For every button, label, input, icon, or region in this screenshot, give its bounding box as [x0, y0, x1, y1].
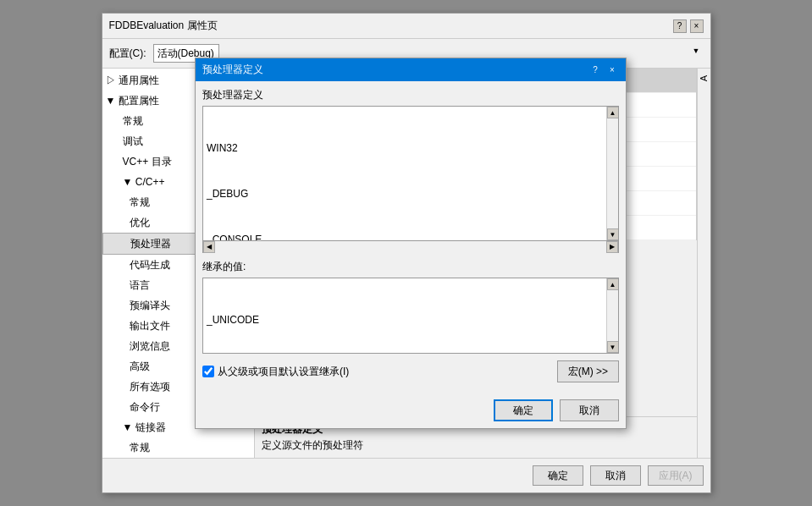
- inh-scroll-down[interactable]: ▼: [607, 341, 619, 353]
- config-label: 配置(C):: [109, 47, 146, 61]
- right-scrollbar-area: A: [697, 69, 710, 458]
- inherited-text-lines: _UNICODE UNICODE: [203, 278, 618, 354]
- def-textarea-wrapper: WIN32 _DEBUG _CONSOLE _LIB _CRT_SECURE_N…: [202, 106, 619, 241]
- checkbox-left: 从父级或项目默认设置继承(I): [202, 365, 349, 379]
- inherit-checkbox-label: 从父级或项目默认设置继承(I): [218, 365, 349, 379]
- sub-content: 预处理器定义 WIN32 _DEBUG _CONSOLE _LIB _CRT_S…: [196, 81, 626, 396]
- inherited-line-0: _UNICODE: [207, 312, 615, 327]
- inherited-label: 继承的值:: [202, 260, 619, 274]
- sub-titlebar: 预处理器定义 ? ×: [196, 58, 626, 81]
- def-label: 预处理器定义: [202, 88, 619, 102]
- main-title: FDDBEvaluation 属性页: [109, 19, 218, 33]
- main-cancel-button[interactable]: 取消: [590, 465, 641, 486]
- tree-item-linker-general[interactable]: 常规: [102, 437, 254, 458]
- main-footer: 确定 取消 应用(A): [102, 458, 710, 492]
- def-scrollbar-h: ◀ ▶: [202, 241, 619, 253]
- main-titlebar-controls: ? ×: [673, 19, 704, 33]
- sub-cancel-button[interactable]: 取消: [560, 399, 619, 421]
- main-ok-button[interactable]: 确定: [533, 465, 583, 486]
- sub-help-button[interactable]: ?: [588, 63, 602, 77]
- sub-close-button[interactable]: ×: [605, 63, 619, 77]
- macro-button[interactable]: 宏(M) >>: [557, 360, 619, 382]
- sub-ok-button[interactable]: 确定: [494, 399, 553, 421]
- inh-scrollbar-v: ▲ ▼: [606, 278, 618, 353]
- def-line-1[interactable]: _DEBUG: [207, 186, 615, 201]
- inherited-section: 继承的值: _UNICODE UNICODE ▲ ▼: [202, 260, 619, 354]
- scroll-letter-a: A: [699, 75, 709, 81]
- inh-scroll-up[interactable]: ▲: [607, 278, 619, 290]
- inherited-textarea-wrapper: _UNICODE UNICODE ▲ ▼: [202, 278, 619, 354]
- def-scroll-right[interactable]: ▶: [606, 241, 618, 253]
- sub-title: 预处理器定义: [202, 63, 263, 77]
- main-titlebar: FDDBEvaluation 属性页 ? ×: [102, 14, 710, 39]
- def-scrollbar-v: ▲ ▼: [606, 107, 618, 240]
- sub-dialog: 预处理器定义 ? × 预处理器定义 WIN32 _DEBUG _CONSOLE …: [195, 58, 627, 429]
- main-close-button[interactable]: ×: [690, 19, 704, 33]
- prop-desc-text: 定义源文件的预处理符: [262, 438, 690, 453]
- def-line-2[interactable]: _CONSOLE: [207, 232, 615, 241]
- main-help-button[interactable]: ?: [673, 19, 687, 33]
- def-scroll-left[interactable]: ◀: [203, 241, 215, 253]
- inherit-checkbox[interactable]: [202, 366, 214, 377]
- def-scroll-h-track: [215, 241, 606, 253]
- def-scroll-down[interactable]: ▼: [607, 228, 619, 240]
- def-scroll-up[interactable]: ▲: [607, 107, 619, 118]
- sub-footer: 确定 取消: [196, 396, 626, 428]
- def-text-lines: WIN32 _DEBUG _CONSOLE _LIB _CRT_SECURE_N…: [203, 107, 618, 241]
- def-line-0[interactable]: WIN32: [207, 140, 615, 156]
- main-apply-button[interactable]: 应用(A): [648, 465, 704, 486]
- checkbox-row: 从父级或项目默认设置继承(I) 宏(M) >>: [202, 360, 619, 382]
- sub-titlebar-controls: ? ×: [588, 63, 619, 77]
